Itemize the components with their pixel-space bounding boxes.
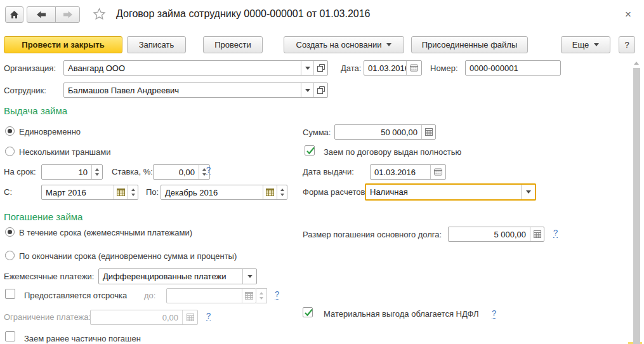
back-arrow-icon bbox=[36, 11, 46, 18]
organization-value[interactable]: Авангард ООО bbox=[64, 61, 301, 75]
number-value[interactable]: 0000-000001 bbox=[466, 61, 560, 75]
vertical-scrollbar[interactable] bbox=[633, 60, 641, 344]
issue-date-field[interactable]: 01.03.2016 bbox=[370, 164, 446, 180]
open-form-icon[interactable] bbox=[313, 61, 327, 75]
loan-agreement-window: Договор займа сотруднику 0000-000001 от … bbox=[0, 0, 644, 344]
date-field[interactable]: 01.03.2016 bbox=[364, 60, 422, 76]
create-based-on-button[interactable]: Создать на основании bbox=[284, 36, 404, 53]
to-month-value[interactable]: Декабрь 2016 bbox=[161, 185, 263, 199]
checkbox-ndfl[interactable] bbox=[303, 307, 313, 317]
help-button[interactable]: ? bbox=[619, 36, 635, 53]
employee-combobox[interactable]: Балмашов Павел Андреевич bbox=[63, 83, 328, 98]
scrollbar-thumb[interactable] bbox=[633, 68, 640, 344]
chevron-down-icon bbox=[594, 43, 599, 46]
deferral-until-value[interactable] bbox=[167, 289, 242, 303]
attached-files-label: Присоединенные файлы bbox=[422, 40, 518, 50]
radio-repay-at-end[interactable] bbox=[5, 251, 15, 260]
checkbox-ndfl-label: Материальная выгода облагается НДФЛ bbox=[324, 309, 478, 319]
principal-value[interactable]: 5 000,00 bbox=[449, 227, 530, 241]
number-field[interactable]: 0000-000001 bbox=[465, 60, 561, 76]
checkbox-fully-issued[interactable] bbox=[305, 145, 315, 155]
back-button[interactable] bbox=[27, 6, 56, 23]
home-button[interactable] bbox=[5, 6, 23, 23]
issue-date-value[interactable]: 01.03.2016 bbox=[371, 165, 430, 179]
calculator-icon[interactable] bbox=[421, 125, 435, 139]
term-label: На срок: bbox=[4, 167, 36, 176]
payment-limit-value[interactable]: 0,00 bbox=[91, 310, 182, 324]
rate-field[interactable]: 0,00 bbox=[153, 164, 210, 180]
organization-label: Организация: bbox=[4, 63, 56, 73]
to-label: По: bbox=[146, 187, 159, 197]
organization-combobox[interactable]: Авангард ООО bbox=[63, 60, 328, 76]
spinner[interactable] bbox=[256, 288, 267, 303]
radio-issue-once-label: Единовременно bbox=[19, 127, 81, 136]
dropdown-arrow-icon[interactable] bbox=[301, 61, 313, 75]
payment-limit-field[interactable]: 0,00 bbox=[90, 310, 198, 325]
calendar-icon[interactable] bbox=[406, 61, 421, 75]
dropdown-arrow-icon[interactable] bbox=[301, 83, 313, 97]
help-link-rate[interactable]: ? bbox=[206, 166, 211, 175]
monthly-payments-combobox[interactable]: Дифференцированные платежи bbox=[98, 268, 257, 284]
employee-value[interactable]: Балмашов Павел Андреевич bbox=[64, 83, 301, 97]
attached-files-button[interactable]: Присоединенные файлы bbox=[411, 36, 528, 53]
term-value[interactable]: 10 bbox=[42, 165, 91, 179]
calculator-icon[interactable] bbox=[530, 227, 544, 241]
from-month-value[interactable]: Март 2016 bbox=[42, 185, 114, 199]
number-label: Номер: bbox=[430, 63, 458, 73]
deferral-until-label: до: bbox=[144, 291, 155, 300]
spinner[interactable] bbox=[91, 165, 102, 179]
month-calendar-icon[interactable] bbox=[242, 289, 256, 303]
term-field[interactable]: 10 bbox=[41, 164, 103, 180]
more-button[interactable]: Еще bbox=[561, 36, 610, 53]
calendar-icon[interactable] bbox=[430, 165, 445, 179]
radio-repay-during-term-label: В течение срока (ежемесячными платежами) bbox=[19, 228, 192, 237]
post-label: Провести bbox=[214, 40, 251, 50]
amount-field[interactable]: 50 000,00 bbox=[334, 124, 436, 140]
open-form-icon[interactable] bbox=[313, 83, 327, 97]
issue-section-title: Выдача займа bbox=[4, 105, 67, 116]
help-link-principal[interactable]: ? bbox=[553, 228, 558, 238]
date-value[interactable]: 01.03.2016 bbox=[364, 61, 406, 75]
to-month-field[interactable]: Декабрь 2016 bbox=[161, 185, 287, 200]
from-month-field[interactable]: Март 2016 bbox=[41, 185, 138, 200]
post-button[interactable]: Провести bbox=[203, 36, 263, 53]
amount-value[interactable]: 50 000,00 bbox=[335, 125, 421, 139]
save-button[interactable]: Записать bbox=[127, 36, 186, 53]
checkbox-deferral[interactable] bbox=[5, 289, 15, 299]
rate-value[interactable]: 0,00 bbox=[154, 165, 199, 179]
deferral-until-field[interactable] bbox=[166, 288, 256, 303]
payment-form-value[interactable]: Наличная bbox=[366, 185, 521, 199]
checkbox-partially-repaid[interactable] bbox=[5, 331, 15, 341]
payment-limit-label: Ограничение платежа: bbox=[4, 312, 91, 322]
dropdown-arrow-icon[interactable] bbox=[242, 269, 256, 284]
date-label: Дата: bbox=[341, 63, 361, 73]
rate-label: Ставка, %: bbox=[112, 167, 153, 176]
scroll-up-icon[interactable] bbox=[634, 62, 639, 65]
principal-field[interactable]: 5 000,00 bbox=[448, 227, 544, 242]
issue-date-label: Дата выдачи: bbox=[303, 167, 354, 176]
radio-repay-at-end-label: По окончании срока (единовременно сумма … bbox=[19, 251, 237, 261]
payment-form-combobox[interactable]: Наличная bbox=[365, 183, 536, 201]
radio-repay-during-term[interactable] bbox=[5, 227, 15, 237]
month-calendar-icon[interactable] bbox=[114, 185, 128, 199]
help-link-deferral[interactable]: ? bbox=[275, 290, 279, 300]
forward-button[interactable] bbox=[55, 6, 80, 23]
calculator-icon[interactable] bbox=[182, 310, 197, 324]
chevron-down-icon bbox=[386, 43, 391, 46]
checkbox-fully-issued-label: Заем по договору выдан полностью bbox=[324, 147, 461, 157]
payment-form-label: Форма расчетов: bbox=[303, 187, 367, 197]
help-link-limit[interactable]: ? bbox=[206, 312, 211, 321]
month-calendar-icon[interactable] bbox=[263, 185, 277, 199]
spinner[interactable] bbox=[277, 185, 287, 199]
submit-and-close-button[interactable]: Провести и закрыть bbox=[4, 36, 122, 53]
help-link-ndfl[interactable]: ? bbox=[492, 309, 496, 319]
monthly-payments-value[interactable]: Дифференцированные платежи bbox=[99, 269, 242, 284]
radio-issue-tranches[interactable] bbox=[5, 147, 15, 156]
dropdown-arrow-icon[interactable] bbox=[521, 185, 535, 199]
spinner[interactable] bbox=[128, 185, 138, 199]
close-icon[interactable]: × bbox=[625, 9, 631, 20]
favorite-star-icon[interactable] bbox=[93, 8, 106, 22]
principal-label: Размер погашения основного долга: bbox=[303, 230, 442, 239]
radio-issue-once[interactable] bbox=[5, 126, 15, 136]
repayment-section-title: Погашение займа bbox=[4, 211, 82, 222]
